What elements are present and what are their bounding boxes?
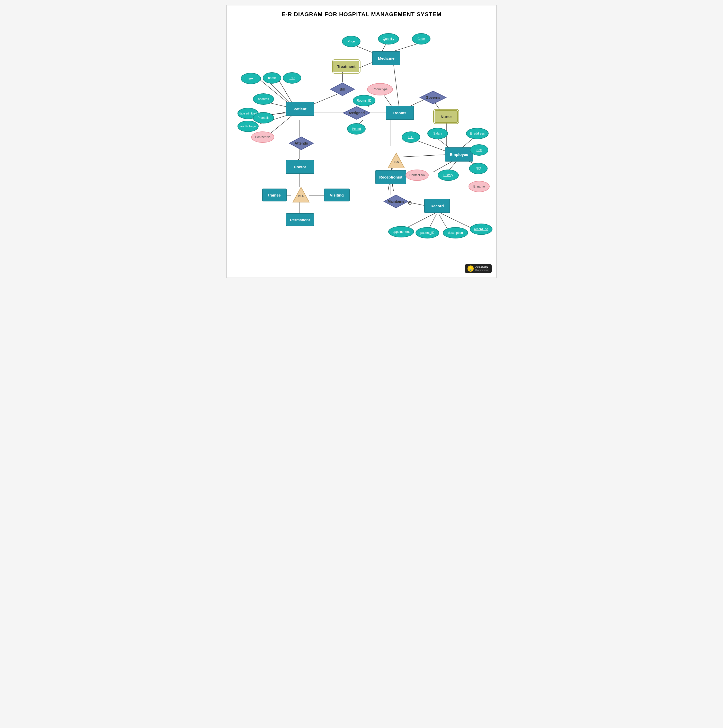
attr-contact-no-emp: Contact No <box>406 170 429 181</box>
creately-bulb-icon: 💡 <box>467 266 474 272</box>
entity-record: Record <box>424 199 450 213</box>
entity-employee: Employee <box>445 147 473 162</box>
entity-trainee: trainee <box>262 188 286 202</box>
svg-line-54 <box>429 214 437 229</box>
relation-attends: Attends <box>288 136 314 150</box>
entity-rooms: Rooms <box>386 106 414 120</box>
svg-line-55 <box>439 214 447 229</box>
entity-doctor: Doctor <box>286 160 314 174</box>
attr-e-address: E_address <box>466 128 489 139</box>
attr-name: name <box>263 72 281 84</box>
attr-contact-no-patient: Contact No <box>251 132 274 143</box>
attr-description: description <box>443 227 468 239</box>
attr-e-name: E_name <box>469 181 490 192</box>
attr-history: History <box>438 170 459 181</box>
attr-date-discharged: date discharged <box>237 121 259 132</box>
isa-employee: ISA <box>388 153 405 168</box>
attr-sex: sex <box>241 73 261 84</box>
attr-patient-id: patient_ID <box>415 227 439 239</box>
entity-permanent: Permanent <box>286 213 314 226</box>
entity-patient: Patient <box>286 102 314 116</box>
attr-room-type: Room type <box>367 83 393 95</box>
attr-p-details: P details <box>253 112 274 124</box>
diagram-container: E-R DIAGRAM FOR HOSPITAL MANAGEMENT SYST… <box>227 5 496 278</box>
attr-emp-sex: Sex <box>470 144 489 156</box>
entity-visiting: Visiting <box>324 188 350 202</box>
isa-doctor: ISA <box>292 187 310 203</box>
svg-line-4 <box>358 62 373 69</box>
svg-line-6 <box>394 63 399 107</box>
attr-nid: NID <box>469 163 487 174</box>
attr-pid: PID <box>283 72 301 84</box>
entity-treatment: Treatment <box>334 61 359 72</box>
relation-maintains: Maintains <box>383 194 409 209</box>
attr-price: Price <box>342 36 360 47</box>
attr-address: address <box>253 93 274 105</box>
creately-sub: Diagramming <box>475 269 489 272</box>
relation-assigned: Assigned <box>342 106 371 120</box>
attr-quantity: Quantity <box>378 33 399 44</box>
attr-record-no: record_no <box>470 223 492 235</box>
relation-bill: Bill <box>329 82 355 96</box>
entity-medicine: Medicine <box>372 51 400 65</box>
attr-period: Period <box>347 123 366 135</box>
attr-eid: EID <box>401 132 420 143</box>
relation-governs: Governs <box>419 90 447 105</box>
creately-brand: creately <box>475 266 489 269</box>
svg-line-56 <box>441 213 471 228</box>
creately-logo: 💡 creately Diagramming <box>465 264 492 273</box>
entity-receptionist: Receptionist <box>375 170 406 184</box>
diagram-title: E-R DIAGRAM FOR HOSPITAL MANAGEMENT SYST… <box>227 5 496 20</box>
attr-salary: Salary <box>427 128 448 139</box>
svg-line-12 <box>279 81 293 104</box>
entity-nurse: Nurse <box>435 110 458 123</box>
attr-code: Code <box>412 33 430 44</box>
svg-line-53 <box>404 213 435 229</box>
attr-rooms-id: Rooms_ID <box>353 95 375 106</box>
attr-appointment: appointment <box>388 226 414 237</box>
